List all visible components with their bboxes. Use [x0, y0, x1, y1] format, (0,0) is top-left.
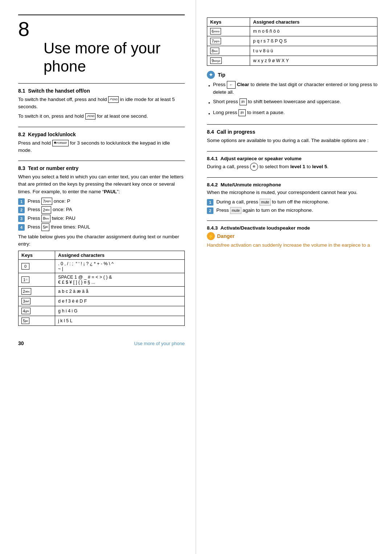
key-1: 1☉ — [19, 273, 55, 287]
section-8-3-intro: When you select a field in which you can… — [18, 173, 185, 195]
char-table-right: Keys Assigned characters 6mno m n o 6 ñ … — [207, 17, 377, 66]
bullet-3-dot: • — [208, 110, 210, 118]
mute-key-2: mute — [230, 207, 241, 214]
section-8-1-text2: To switch it on, press and hold ↗END for… — [18, 113, 185, 120]
section-8-4-3: 8.4.3 Activate/Deactivate loudspeaker mo… — [207, 225, 377, 249]
chapter-title-line2: phone — [44, 58, 86, 75]
section-8-4-1-title: 8.4.1 Adjust earpiece or speaker volume — [207, 156, 377, 161]
step-number-1: 1 — [18, 198, 25, 205]
tip-bullet-2-text: Short press #§ to shift between lowercas… — [213, 98, 341, 105]
mute-step-2: 2 Press mute again to turn on the microp… — [207, 207, 377, 214]
section-8-3-title: 8.3 Text or number entry — [18, 165, 185, 171]
section-8-1-text: To switch the handset off, press and hol… — [18, 96, 185, 111]
tip-bullet-3-text: Long press #§ to insert a pause. — [213, 109, 285, 116]
section-8-1-divider — [18, 83, 185, 84]
right-col-keys: Keys — [207, 18, 250, 27]
table-row-1: 1☉ SPACE 1 @ _ # = < > ( ) &€ £ $ ¥ [ ] … — [19, 273, 185, 287]
footer-right-text: Use more of your phone — [134, 341, 185, 346]
section-8-4: 8.4 Call in progress Some options are av… — [207, 129, 377, 144]
mute-step-2-text: Press mute again to turn on the micropho… — [216, 207, 313, 214]
tip-header: ✦ Tip — [207, 71, 377, 79]
chapter-header: 8 Use more of your phone — [18, 15, 185, 76]
table-row-4: 4ghi g h i 4 i G — [19, 306, 185, 316]
mute-steps: 1 During a call, press mute to turn off … — [207, 198, 377, 214]
tip-box: ✦ Tip • Press ← Clear to delete the last… — [207, 71, 377, 118]
step-2-text: Press 2abc once: PA — [28, 206, 72, 214]
step-number-3: 3 — [18, 215, 25, 222]
hash-key-1: #§ — [240, 98, 247, 105]
section-8-2-title: 8.2 Keypad lock/unlock — [18, 132, 185, 137]
section-8-3: 8.3 Text or number entry When you select… — [18, 165, 185, 326]
key-5-row: 5jkl — [19, 316, 55, 326]
right-col-chars: Assigned characters — [250, 18, 377, 27]
section-8-1-title: 8.1 Switch the handset off/on — [18, 88, 185, 94]
hash-key-2: #§ — [238, 109, 246, 116]
chars-9: w x y z 9 ø W X Y — [250, 56, 377, 66]
step-3-text: Press 8tuv twice: PAU — [28, 215, 75, 222]
section-8-4-2-title: 8.4.2 Mute/Unmute microphone — [207, 182, 377, 187]
key-2: 2abc — [41, 206, 51, 214]
char-table-left: Keys Assigned characters 0 . 0 , / : ; “… — [18, 251, 185, 326]
left-column: 8 Use more of your phone 8.1 Switch the … — [0, 0, 196, 554]
table-row-5: 5jkl j k l 5 L — [19, 316, 185, 326]
nav-key-icon: ⊕ — [250, 163, 258, 171]
mute-key-1: mute — [260, 199, 270, 206]
section-8-4-2-intro: When the microphone is muted, your corre… — [207, 189, 377, 196]
section-8-4-1-text: During a call, press ⊕ to select from le… — [207, 163, 377, 171]
tip-bullet-3: • Long press #§ to insert a pause. — [208, 109, 377, 118]
mute-step-number-2: 2 — [207, 207, 213, 214]
mute-step-1-text: During a call, press mute to turn off th… — [216, 198, 329, 206]
chapter-title-line1: Use more of your — [44, 40, 160, 57]
tip-bullets: • Press ← Clear to delete the last digit… — [208, 81, 377, 118]
chars-7: p q r s 7 ß P Q S — [250, 36, 377, 46]
key-8-row: 8tuv — [207, 46, 250, 56]
key-3-row: 3def — [19, 296, 55, 306]
paul-steps: 1 Press 7pqrs once: P 2 Press 2abc once:… — [18, 198, 185, 231]
section-8-4-1-divider — [207, 151, 377, 151]
end-key-icon-1: ↗END — [108, 96, 119, 103]
key-0: 0 — [19, 260, 55, 273]
table-intro: The table below gives you the character … — [18, 233, 185, 248]
page-number: 30 — [18, 340, 24, 346]
tip-icon: ✦ — [207, 71, 215, 79]
section-8-4-3-title: 8.4.3 Activate/Deactivate loudspeaker mo… — [207, 225, 377, 231]
chars-2: a b c 2 à æ ä å — [55, 287, 185, 296]
section-8-4-text: Some options are available to you during… — [207, 137, 377, 144]
keypad-lock-icon: ✱FORMAT — [52, 140, 69, 146]
chars-5: j k l 5 L — [55, 316, 185, 326]
section-8-4-2-divider — [207, 177, 377, 178]
right-column: Keys Assigned characters 6mno m n o 6 ñ … — [196, 0, 392, 554]
tip-bullet-2: • Short press #§ to shift between lowerc… — [208, 98, 377, 107]
tip-bullet-1-text: Press ← Clear to delete the last digit o… — [213, 81, 377, 96]
table-row-6: 6mno m n o 6 ñ ö ò — [207, 27, 377, 36]
danger-label: Danger — [217, 233, 234, 239]
section-8-1: 8.1 Switch the handset off/on To switch … — [18, 88, 185, 120]
page: 8 Use more of your phone 8.1 Switch the … — [0, 0, 392, 554]
section-8-4-2: 8.4.2 Mute/Unmute microphone When the mi… — [207, 182, 377, 214]
chapter-title: Use more of your phone — [44, 39, 185, 76]
table-row-2: 2abc a b c 2 à æ ä å — [19, 287, 185, 296]
key-2-row: 2abc — [19, 287, 55, 296]
section-8-2-divider — [18, 127, 185, 127]
key-4-row: 4ghi — [19, 306, 55, 316]
chars-1: SPACE 1 @ _ # = < > ( ) &€ £ $ ¥ [ ] { }… — [55, 273, 185, 287]
footer: 30 Use more of your phone — [18, 340, 185, 346]
key-9-row: 9wxyz — [207, 56, 250, 66]
key-5: 5jkl — [41, 223, 49, 231]
chars-6: m n o 6 ñ ö ò — [250, 27, 377, 36]
chars-4: g h i 4 i G — [55, 306, 185, 316]
step-4-text: Press 5jkl three times: PAUL — [28, 223, 90, 231]
key-7: 7pqrs — [41, 198, 52, 205]
bullet-1-dot: • — [208, 82, 210, 90]
clear-key-icon: ← — [227, 81, 236, 89]
section-8-3-divider — [18, 161, 185, 161]
table-row-8: 8tuv t u v 8 ù ü — [207, 46, 377, 56]
section-8-4-title: 8.4 Call in progress — [207, 129, 377, 135]
section-8-2: 8.2 Keypad lock/unlock Press and hold ✱F… — [18, 132, 185, 154]
chars-8: t u v 8 ù ü — [250, 46, 377, 56]
section-8-4-3-divider — [207, 221, 377, 221]
table-row-3: 3def d e f 3 è é D F — [19, 296, 185, 306]
table-row-7: 7pqrs p q r s 7 ß P Q S — [207, 36, 377, 46]
danger-text: Handsfree activation can suddenly increa… — [207, 242, 377, 249]
danger-header: ⚡ Danger — [207, 232, 377, 240]
